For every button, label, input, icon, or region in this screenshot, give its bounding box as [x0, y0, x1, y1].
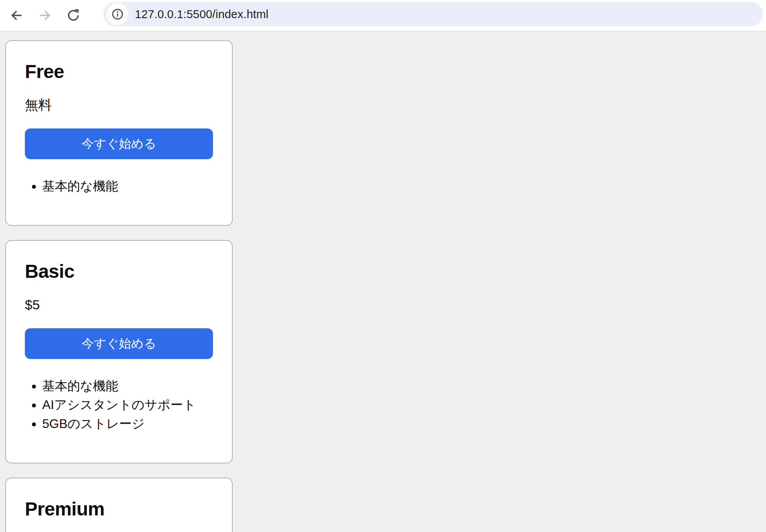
feature-item: 5GBのストレージ [42, 414, 213, 433]
feature-item: AIアシスタントのサポート [42, 395, 213, 414]
forward-button[interactable] [36, 7, 54, 24]
plan-price: $5 [25, 297, 213, 313]
start-now-button[interactable]: 今すぐ始める [25, 128, 213, 159]
back-arrow-icon [9, 8, 24, 23]
start-now-button[interactable]: 今すぐ始める [25, 328, 213, 359]
pricing-card-basic: Basic $5 今すぐ始める 基本的な機能AIアシスタントのサポート5GBのス… [5, 240, 233, 463]
feature-list: 基本的な機能 [25, 177, 213, 195]
feature-list: 基本的な機能AIアシスタントのサポート5GBのストレージ [25, 376, 213, 433]
feature-item: 基本的な機能 [42, 376, 213, 395]
address-bar[interactable]: 127.0.0.1:5500/index.html [103, 2, 763, 26]
back-button[interactable] [8, 7, 25, 24]
plan-title: Premium [25, 498, 213, 520]
url-text: 127.0.0.1:5500/index.html [135, 8, 269, 21]
pricing-card-free: Free 無料 今すぐ始める 基本的な機能 [5, 40, 233, 226]
pricing-card-premium: Premium [5, 478, 233, 532]
reload-icon [66, 8, 81, 23]
forward-arrow-icon [37, 8, 52, 23]
feature-item: 基本的な機能 [42, 177, 213, 195]
page-body: Free 無料 今すぐ始める 基本的な機能 Basic $5 今すぐ始める 基本… [0, 32, 766, 532]
site-info-button[interactable] [106, 3, 129, 25]
plan-title: Basic [25, 260, 213, 283]
plan-title: Free [25, 61, 213, 83]
browser-toolbar: 127.0.0.1:5500/index.html [0, 0, 766, 32]
plan-price: 無料 [25, 97, 213, 113]
info-icon [111, 7, 124, 21]
reload-button[interactable] [65, 7, 82, 24]
